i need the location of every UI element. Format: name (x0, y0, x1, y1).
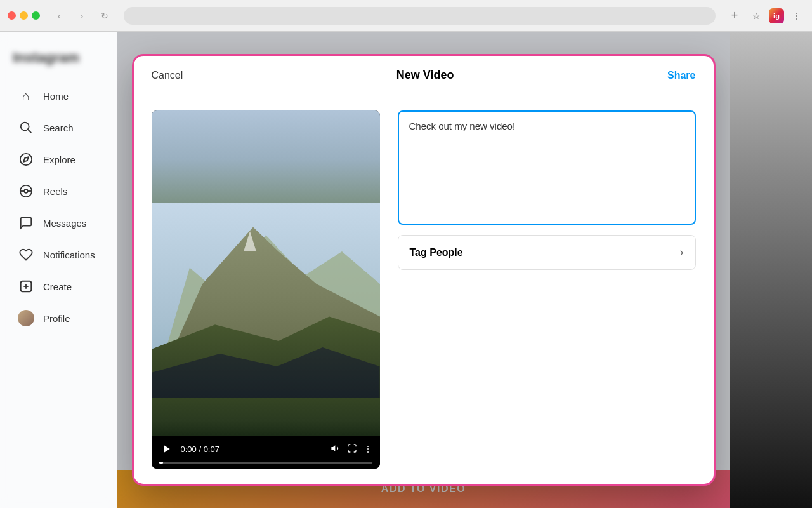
modal-overlay: Cancel New Video Share (117, 32, 730, 508)
messages-icon (18, 215, 34, 231)
main-content: Cancel New Video Share (117, 32, 730, 508)
sidebar-item-home[interactable]: ⌂ Home (5, 81, 112, 110)
browser-chrome: ‹ › ↻ + ☆ ig ⋮ (0, 0, 812, 32)
new-tab-button[interactable]: + (726, 7, 743, 25)
browser-actions: ☆ ig ⋮ (749, 8, 804, 23)
sidebar-item-explore[interactable]: Explore (5, 145, 112, 174)
sidebar-item-notifications[interactable]: Notifications (5, 240, 112, 269)
traffic-lights (8, 11, 40, 20)
sidebar-item-messages[interactable]: Messages (5, 208, 112, 237)
sidebar-label-messages: Messages (43, 218, 86, 229)
sidebar-label-create: Create (43, 281, 72, 292)
sidebar-item-reels[interactable]: Reels (5, 177, 112, 206)
sidebar-label-search: Search (43, 123, 74, 133)
form-section: Tag People › (398, 110, 696, 469)
fullscreen-button[interactable] (347, 443, 357, 455)
sidebar: Instagram ⌂ Home Search Explore (0, 32, 117, 508)
search-icon (18, 119, 34, 136)
caption-input[interactable] (398, 110, 696, 225)
sidebar-label-notifications: Notifications (43, 250, 95, 260)
sidebar-item-search[interactable]: Search (5, 113, 112, 142)
video-time: 0:00 / 0:07 (181, 444, 219, 454)
modal-title: New Video (396, 69, 454, 82)
modal-body: 0:00 / 0:07 (134, 95, 714, 484)
video-progress-bar[interactable] (152, 462, 380, 469)
svg-point-0 (21, 123, 29, 131)
share-button[interactable]: Share (667, 70, 695, 81)
sidebar-label-home: Home (43, 91, 69, 102)
address-bar[interactable] (124, 7, 716, 25)
svg-point-2 (20, 154, 32, 165)
refresh-button[interactable]: ↻ (96, 7, 114, 25)
sidebar-logo: Instagram (0, 44, 117, 79)
video-thumbnail (152, 110, 380, 436)
modal-dialog: Cancel New Video Share (132, 54, 716, 486)
notifications-icon (18, 246, 34, 263)
sidebar-item-create[interactable]: Create (5, 272, 112, 301)
reels-icon (18, 183, 34, 199)
sidebar-label-profile: Profile (43, 313, 70, 324)
minimize-button[interactable] (20, 11, 28, 20)
forward-button[interactable]: › (73, 7, 91, 25)
video-player: 0:00 / 0:07 (152, 110, 380, 469)
close-button[interactable] (8, 11, 16, 20)
explore-icon (18, 151, 34, 168)
instagram-extension-icon[interactable]: ig (769, 8, 784, 23)
back-button[interactable]: ‹ (50, 7, 68, 25)
create-icon (18, 278, 34, 295)
mountain-graphic (152, 203, 380, 398)
home-icon: ⌂ (18, 88, 34, 104)
play-button[interactable] (159, 441, 174, 457)
volume-button[interactable] (331, 443, 341, 455)
maximize-button[interactable] (32, 11, 40, 20)
video-controls: 0:00 / 0:07 (152, 436, 380, 462)
tag-people-button[interactable]: Tag People › (398, 235, 696, 270)
browser-nav: ‹ › ↻ (50, 7, 114, 25)
background-image (730, 32, 812, 508)
more-options-icon[interactable]: ⋮ (789, 8, 804, 23)
svg-line-1 (28, 130, 31, 133)
sidebar-label-explore: Explore (43, 154, 75, 165)
svg-marker-15 (164, 445, 169, 453)
avatar (18, 310, 34, 326)
chevron-right-icon: › (680, 246, 684, 259)
svg-marker-16 (331, 445, 335, 451)
svg-point-4 (24, 189, 28, 193)
tag-people-label: Tag People (410, 247, 463, 258)
right-panel (730, 32, 812, 508)
star-icon[interactable]: ☆ (749, 8, 764, 23)
modal-header: Cancel New Video Share (134, 56, 714, 95)
sidebar-item-profile[interactable]: Profile (5, 304, 112, 333)
cancel-button[interactable]: Cancel (152, 70, 183, 81)
video-more-button[interactable]: ⋮ (363, 444, 372, 454)
page-content: Instagram ⌂ Home Search Explore (0, 32, 812, 508)
sidebar-label-reels: Reels (43, 186, 67, 197)
